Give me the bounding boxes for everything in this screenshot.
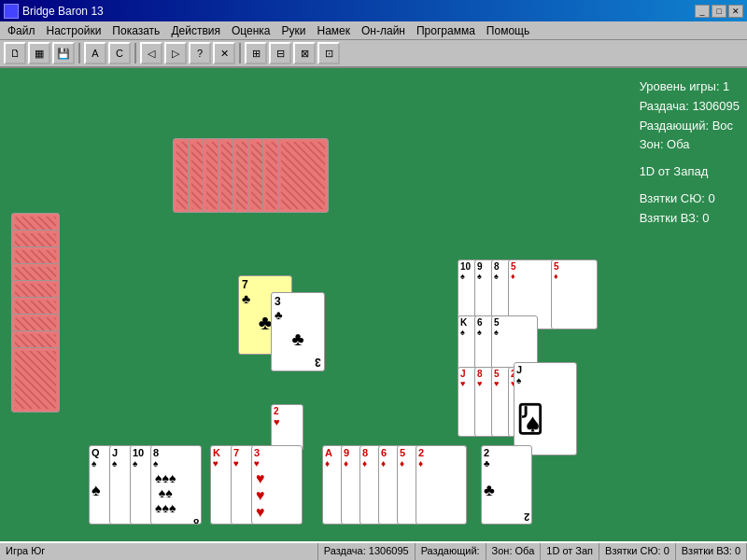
south-hand: Q ♠ ♠ Q J ♠ 10 ♠ 8 ♠ ♠♠♠♠♠♠♠♠ 8 [89, 445, 518, 534]
minimize-button[interactable]: _ [695, 5, 710, 18]
toolbar-sep2 [134, 43, 136, 63]
menu-actions[interactable]: Действия [165, 23, 226, 38]
toolbar-sep3 [239, 43, 241, 63]
info-tricks-ew: Взятки ВЗ: 0 [640, 209, 740, 229]
menu-hint[interactable]: Намек [311, 23, 356, 38]
info-panel: Уровень игры: 1 Раздача: 1306095 Раздающ… [640, 77, 740, 229]
south-card-8s[interactable]: 8 ♠ ♠♠♠♠♠♠♠♠ 8 [150, 445, 202, 525]
menu-show[interactable]: Показать [106, 23, 165, 38]
toolbar-help[interactable]: ? [189, 42, 211, 64]
toolbar-c[interactable]: C [108, 42, 131, 64]
west-card-last [11, 347, 60, 413]
toolbar-new[interactable]: 🗋 [4, 42, 26, 64]
menu-help[interactable]: Помощь [481, 23, 535, 38]
toolbar-cards2[interactable]: ⊟ [269, 42, 291, 64]
title-bar-buttons: _ □ ✕ [695, 5, 743, 18]
status-tricks-sn: Взятки СЮ: 0 [599, 543, 676, 560]
status-dealer: Раздающий: [416, 543, 486, 560]
info-level: Уровень игры: 1 [640, 77, 740, 97]
toolbar-cards1[interactable]: ⊞ [245, 42, 267, 64]
status-tricks-ew: Взятки ВЗ: 0 [676, 543, 747, 560]
info-tricks-sn: Взятки СЮ: 0 [640, 189, 740, 209]
close-button[interactable]: ✕ [728, 5, 743, 18]
toolbar-fwd[interactable]: ▷ [164, 42, 187, 64]
info-dealer: Раздающий: Вос [640, 117, 740, 136]
menu-hands[interactable]: Руки [276, 23, 312, 38]
info-deal: Раздача: 1306095 [640, 97, 740, 117]
trick-west-card[interactable]: 3 ♣ ♣ 3 [271, 292, 325, 371]
title-bar: Bridge Baron 13 _ □ ✕ [0, 0, 747, 21]
south-card-2d[interactable]: 2 ♦ [416, 445, 467, 525]
east-card-5r[interactable]: 5 ♦ [551, 259, 598, 329]
south-card-2c[interactable]: 2 ♣ ♣ 2 [481, 445, 532, 525]
north-card-8 [277, 138, 329, 213]
info-zone: Зон: Оба [640, 135, 740, 155]
toolbar-cards3[interactable]: ⊠ [293, 42, 316, 64]
toolbar-grid[interactable]: ▦ [28, 42, 50, 64]
toolbar-cards4[interactable]: ⊡ [317, 42, 340, 64]
status-zone: Зон: Оба [486, 543, 542, 560]
status-deal: Раздача: 1306095 [318, 543, 416, 560]
title-bar-left: Bridge Baron 13 [4, 4, 104, 19]
west-hand [11, 213, 67, 427]
menu-bar: Файл Настройки Показать Действия Оценка … [0, 21, 747, 40]
maximize-button[interactable]: □ [712, 5, 726, 18]
app-icon [4, 4, 19, 19]
north-hand [173, 138, 341, 241]
toolbar-save[interactable]: 💾 [52, 42, 75, 64]
menu-file[interactable]: Файл [2, 23, 41, 38]
toolbar-back[interactable]: ◁ [140, 42, 162, 64]
menu-program[interactable]: Программа [411, 23, 481, 38]
status-bar: Игра Юг Раздача: 1306095 Раздающий: Зон:… [0, 541, 747, 560]
info-contract: 1D от Запад [640, 162, 740, 182]
status-player: Игра Юг [0, 543, 318, 560]
app-title: Bridge Baron 13 [22, 5, 104, 18]
menu-score[interactable]: Оценка [226, 23, 276, 38]
status-contract: 1D от Зап [541, 543, 599, 560]
menu-settings[interactable]: Настройки [41, 23, 107, 38]
toolbar-stop[interactable]: ✕ [213, 42, 235, 64]
menu-online[interactable]: Он-лайн [356, 23, 411, 38]
toolbar-sep1 [78, 43, 80, 63]
game-area: Уровень игры: 1 Раздача: 1306095 Раздающ… [0, 68, 747, 541]
trick-south-card[interactable]: 2 ♥ [271, 404, 303, 451]
east-card-jack[interactable]: J ♠ 🂫 [514, 362, 577, 455]
toolbar: 🗋 ▦ 💾 A C ◁ ▷ ? ✕ ⊞ ⊟ ⊠ ⊡ [0, 40, 747, 68]
toolbar-a[interactable]: A [84, 42, 106, 64]
south-card-3h[interactable]: 3 ♥ ♥♥♥ 3 [251, 445, 303, 525]
